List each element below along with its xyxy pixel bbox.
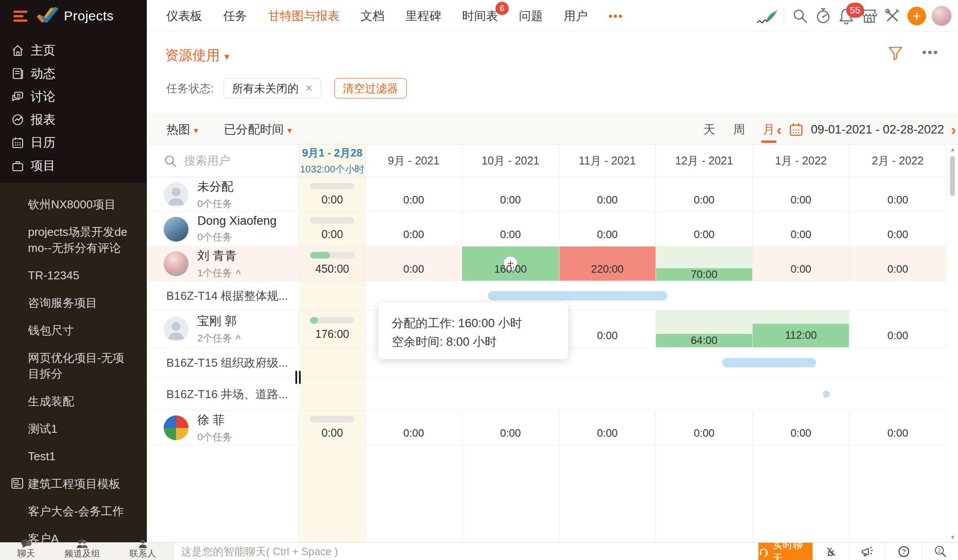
heat-cell[interactable]: 0:00 — [753, 247, 849, 281]
hamburger-menu-icon[interactable] — [13, 8, 27, 24]
heat-cell[interactable]: 0:00 — [849, 411, 946, 445]
heat-cell[interactable]: 0:00 — [849, 247, 946, 281]
sidebar-item-home[interactable]: 主页 — [0, 39, 147, 62]
vertical-scrollbar[interactable]: ▲ ▼ — [949, 145, 957, 541]
heat-cell-overallocated[interactable]: 220:00 — [559, 247, 656, 281]
sidebar-item-calendar[interactable]: 日历 — [0, 131, 147, 154]
granularity-week[interactable]: 周 — [733, 121, 745, 137]
task-row[interactable]: B16Z-T16 井场、道路... — [147, 378, 946, 411]
integrations-plug-icon[interactable] — [813, 543, 849, 560]
heat-cell[interactable]: 0:00 — [365, 247, 462, 281]
user-avatar[interactable] — [931, 6, 952, 26]
heat-cell[interactable]: 0:00 — [462, 411, 559, 445]
scrollbar-thumb[interactable] — [950, 156, 955, 196]
tab-timesheet[interactable]: 时间表 6 — [462, 8, 498, 24]
heat-cell[interactable]: 0:00 — [365, 411, 462, 445]
project-item[interactable]: TR-12345 — [0, 262, 139, 289]
heat-cell[interactable]: 0:00 — [559, 310, 656, 347]
gantt-bar[interactable] — [722, 358, 816, 367]
heat-cell[interactable]: 0:00 — [559, 177, 656, 211]
gantt-bar-dot[interactable] — [823, 391, 830, 398]
heat-cell[interactable]: 0:00 — [849, 212, 946, 246]
heat-cell[interactable]: 0:00 — [849, 177, 946, 211]
marketplace-icon[interactable] — [858, 4, 881, 27]
tab-dashboard[interactable]: 仪表板 — [166, 8, 202, 24]
zia-search-icon[interactable]: 2 — [922, 543, 958, 560]
task-count[interactable]: 1个任务^ — [197, 266, 241, 280]
notifications-bell-icon[interactable]: 55 — [835, 4, 858, 27]
chat-tab[interactable]: 聊天 — [17, 539, 35, 560]
close-icon[interactable]: × — [306, 82, 313, 95]
sidebar-item-projects[interactable]: 项目 — [0, 154, 147, 177]
chart-type-dropdown[interactable]: 热图▾ — [166, 121, 198, 137]
table-row-xu[interactable]: 徐 菲0个任务 0:00 0:00 0:00 0:00 0:00 0:00 0:… — [147, 411, 946, 445]
sidebar-item-discussion[interactable]: 讨论 — [0, 85, 147, 108]
channels-groups-tab[interactable]: 频道及组 — [64, 539, 100, 560]
tab-documents[interactable]: 文档 — [361, 8, 385, 24]
table-row-unassigned[interactable]: 未分配0个任务 0:00 0:00 0:00 0:00 0:00 0:00 0:… — [147, 177, 946, 212]
tab-issues[interactable]: 问题 — [519, 8, 543, 24]
heat-cell[interactable]: 0:00 — [656, 177, 753, 211]
prev-period-icon[interactable]: ‹ — [777, 121, 781, 138]
zia-feather-icon[interactable] — [756, 4, 779, 27]
heat-cell[interactable]: 0:00 — [559, 212, 656, 246]
live-chat-button[interactable]: 实时聊天 — [758, 543, 813, 560]
heat-cell[interactable]: 0:00 — [753, 411, 849, 445]
view-more-icon[interactable]: ••• — [922, 45, 939, 59]
heat-cell-partial[interactable]: 112:00 — [753, 310, 849, 347]
heat-cell-partial[interactable]: 70:00 — [656, 247, 753, 281]
tab-milestones[interactable]: 里程碑 — [405, 8, 441, 24]
announcements-megaphone-icon[interactable] — [849, 543, 885, 560]
calendar-icon[interactable] — [789, 122, 804, 137]
granularity-day[interactable]: 天 — [703, 121, 715, 137]
column-resize-handle[interactable] — [294, 370, 302, 385]
heat-cell-allocated[interactable]: +160:00 — [462, 247, 559, 281]
heat-cell[interactable]: 0:00 — [656, 212, 753, 246]
heat-cell[interactable]: 0:00 — [462, 177, 559, 211]
add-new-button[interactable]: + — [907, 7, 926, 25]
heat-cell[interactable]: 0:00 — [753, 177, 849, 211]
date-range-label[interactable]: 09-01-2021 - 02-28-2022 — [811, 123, 944, 137]
heat-cell[interactable]: 0:00 — [559, 411, 656, 445]
task-label[interactable]: B16Z-T16 井场、道路... — [166, 386, 288, 402]
project-item[interactable]: 咨询服务项目 — [0, 289, 139, 317]
metric-dropdown[interactable]: 已分配时间▾ — [224, 121, 292, 137]
next-period-icon[interactable]: › — [951, 121, 956, 138]
heat-cell[interactable]: 0:00 — [849, 310, 946, 347]
project-item[interactable]: 客户大会-会务工作 — [0, 497, 139, 525]
timer-icon[interactable] — [812, 4, 835, 27]
view-selector[interactable]: 资源使用▾ — [165, 46, 229, 65]
task-count[interactable]: 2个任务^ — [197, 332, 241, 345]
project-item[interactable]: Test1 — [0, 443, 139, 470]
settings-tools-icon[interactable] — [881, 4, 904, 27]
tabs-overflow-icon[interactable]: ••• — [609, 9, 623, 23]
tab-users[interactable]: 用户 — [564, 8, 588, 24]
gantt-bar[interactable] — [488, 291, 667, 300]
scroll-down-icon[interactable]: ▼ — [949, 533, 957, 541]
help-icon[interactable]: ? — [885, 543, 922, 560]
filter-funnel-icon[interactable] — [887, 44, 904, 62]
filter-chip-status[interactable]: 所有未关闭的× — [224, 78, 321, 98]
table-row-dong[interactable]: Dong Xiaofeng0个任务 0:00 0:00 0:00 0:00 0:… — [147, 212, 946, 247]
sidebar-item-feed[interactable]: 动态 — [0, 62, 147, 85]
heat-cell[interactable]: 0:00 — [656, 411, 753, 445]
heat-cell-partial[interactable]: 64:00 — [656, 310, 753, 347]
project-item[interactable]: 钦州NX8000项目 — [0, 191, 139, 218]
contacts-tab[interactable]: 联系人 — [130, 539, 156, 560]
scroll-up-icon[interactable]: ▲ — [949, 145, 957, 153]
project-item[interactable]: projects场景开发demo--无拆分有评论 — [0, 218, 139, 262]
granularity-month[interactable]: 月 — [763, 121, 775, 137]
table-row-liu[interactable]: 刘 青青1个任务^ 450:00 0:00 +160:00 220:00 70:… — [147, 247, 946, 281]
smart-chat-input[interactable] — [174, 545, 758, 558]
search-input[interactable] — [183, 153, 285, 168]
task-label[interactable]: B16Z-T15 组织政府级... — [166, 355, 288, 370]
project-item[interactable]: 测试1 — [0, 415, 139, 443]
clear-filters-button[interactable]: 清空过滤器 — [334, 78, 407, 98]
heat-cell[interactable]: 0:00 — [365, 212, 462, 246]
heat-cell[interactable]: 0:00 — [753, 212, 849, 246]
project-item[interactable]: 生成装配 — [0, 388, 139, 415]
heat-cell[interactable]: 0:00 — [365, 177, 462, 211]
tab-tasks[interactable]: 任务 — [223, 8, 247, 24]
task-label[interactable]: B16Z-T14 根据整体规... — [166, 288, 288, 303]
search-icon[interactable] — [789, 4, 812, 27]
